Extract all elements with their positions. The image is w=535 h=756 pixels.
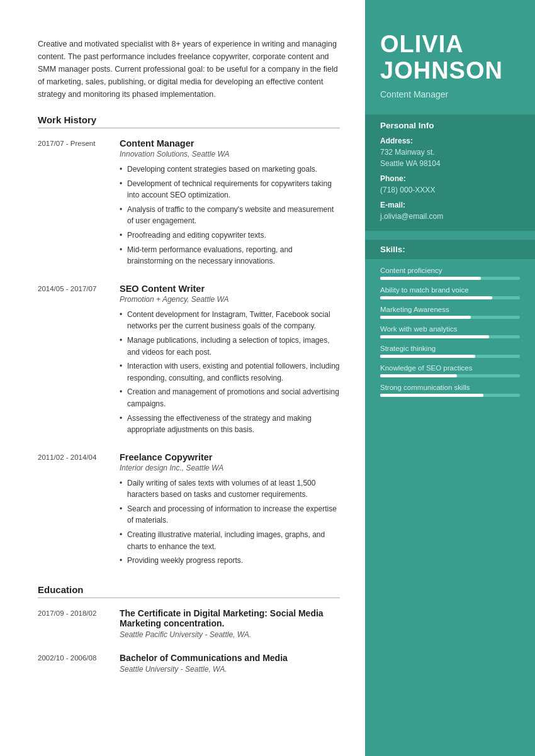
skill-bar-fill [380,374,457,377]
skill-bar-fill [380,277,481,280]
skill-bar-background [380,374,520,377]
edu-entry: 2002/10 - 2006/08Bachelor of Communicati… [38,653,340,674]
address-line2: Seattle WA 98104 [380,158,520,169]
list-item: Developing content strategies based on m… [120,164,340,175]
job-entry: 2011/02 - 2014/04Freelance CopywriterInt… [38,452,340,569]
job-bullets: Developing content strategies based on m… [120,164,340,267]
skills-list: Content proficiencyAbility to match bran… [380,267,520,397]
address-label: Address: [380,136,520,145]
sidebar: OLIVIA JOHNSON Content Manager Personal … [365,0,535,756]
skill-bar-fill [380,394,483,397]
skill-bar-background [380,355,520,358]
job-date: 2011/02 - 2014/04 [38,452,120,569]
list-item: Interaction with users, existing and pot… [120,360,340,384]
list-item: Manage publications, including a selecti… [120,335,340,358]
list-item: Search and processing of information to … [120,503,340,526]
edu-school: Seattle Pacific University - Seattle, WA… [120,630,340,639]
edu-details: Bachelor of Communications and MediaSeat… [120,653,340,674]
job-details: Freelance CopywriterInterior design Inc.… [120,452,340,569]
job-entry: 2014/05 - 2017/07SEO Content WriterPromo… [38,284,340,438]
edu-degree: The Certificate in Digital Marketing: So… [120,608,340,628]
edu-entry: 2017/09 - 2018/02The Certificate in Digi… [38,608,340,639]
list-item: Daily writing of sales texts with volume… [120,477,340,501]
skill-name: Content proficiency [380,267,520,274]
edu-school: Seattle University - Seattle, WA. [120,665,340,674]
skill-name: Strategic thinking [380,345,520,352]
edu-details: The Certificate in Digital Marketing: So… [120,608,340,639]
list-item: Development of technical requirements fo… [120,178,340,201]
skill-item: Strong communication skills [380,384,520,397]
skill-bar-fill [380,335,489,338]
skill-bar-fill [380,316,471,319]
job-date: 2014/05 - 2017/07 [38,284,120,438]
skill-name: Marketing Awareness [380,306,520,313]
skill-name: Work with web analytics [380,325,520,333]
skill-bar-background [380,296,520,299]
skill-bar-background [380,277,520,280]
resume-container: Creative and motivated specialist with 8… [0,0,535,756]
list-item: Analysis of traffic to the company's web… [120,204,340,227]
skill-item: Ability to match brand voice [380,286,520,299]
email-label: E-mail: [380,201,520,209]
job-company: Innovation Solutions, Seattle WA [120,150,340,158]
job-company: Promotion + Agency, Seattle WA [120,295,340,304]
edu-degree: Bachelor of Communications and Media [120,653,340,663]
skill-name: Strong communication skills [380,384,520,391]
skill-item: Knowledge of SEO practices [380,364,520,377]
job-title: Content Manager [120,138,340,148]
list-item: Assessing the effectiveness of the strat… [120,413,340,436]
list-item: Providing weekly progress reports. [120,555,340,567]
list-item: Creating illustrative material, includin… [120,529,340,552]
phone-label: Phone: [380,174,520,183]
education-section: Education 2017/09 - 2018/02The Certifica… [38,584,340,674]
email-value: j.olivia@email.com [380,211,520,222]
education-list: 2017/09 - 2018/02The Certificate in Digi… [38,608,340,674]
skill-bar-fill [380,355,475,358]
education-title: Education [38,584,340,598]
job-bullets: Daily writing of sales texts with volume… [120,477,340,567]
job-details: Content ManagerInnovation Solutions, Sea… [120,138,340,270]
edu-date: 2017/09 - 2018/02 [38,608,120,639]
job-title: SEO Content Writer [120,284,340,294]
main-column: Creative and motivated specialist with 8… [0,0,365,756]
phone-value: (718) 000-XXXX [380,184,520,196]
job-bullets: Content development for Instagram, Twitt… [120,309,340,436]
skill-item: Content proficiency [380,267,520,280]
personal-info-section: Personal Info Address: 732 Mainway st. S… [365,114,535,231]
sidebar-header: OLIVIA JOHNSON Content Manager [365,0,535,114]
first-name: OLIVIA [380,31,520,58]
skill-bar-background [380,335,520,338]
skill-item: Strategic thinking [380,345,520,358]
list-item: Content development for Instagram, Twitt… [120,309,340,332]
list-item: Proofreading and editing copywriter text… [120,230,340,242]
list-item: Creation and management of promotions an… [120,386,340,409]
jobs-list: 2017/07 - PresentContent ManagerInnovati… [38,138,340,569]
skill-item: Work with web analytics [380,325,520,338]
work-history-title: Work History [38,114,340,128]
personal-info-title: Personal Info [380,121,520,130]
job-role: Content Manager [380,89,520,99]
last-name: JOHNSON [380,58,520,84]
job-details: SEO Content WriterPromotion + Agency, Se… [120,284,340,438]
summary-text: Creative and motivated specialist with 8… [38,38,340,101]
work-history-section: Work History 2017/07 - PresentContent Ma… [38,114,340,569]
address-line1: 732 Mainway st. [380,147,520,158]
skill-bar-background [380,316,520,319]
job-date: 2017/07 - Present [38,138,120,270]
edu-date: 2002/10 - 2006/08 [38,653,120,674]
job-entry: 2017/07 - PresentContent ManagerInnovati… [38,138,340,270]
skill-bar-background [380,394,520,397]
skill-name: Ability to match brand voice [380,286,520,294]
job-company: Interior design Inc., Seattle WA [120,464,340,472]
list-item: Mid-term performance evaluations, report… [120,244,340,267]
skills-section: Skills: Content proficiencyAbility to ma… [365,231,535,416]
skill-item: Marketing Awareness [380,306,520,319]
skill-bar-fill [380,296,492,299]
skills-title: Skills: [365,240,535,259]
job-title: Freelance Copywriter [120,452,340,462]
skill-name: Knowledge of SEO practices [380,364,520,372]
